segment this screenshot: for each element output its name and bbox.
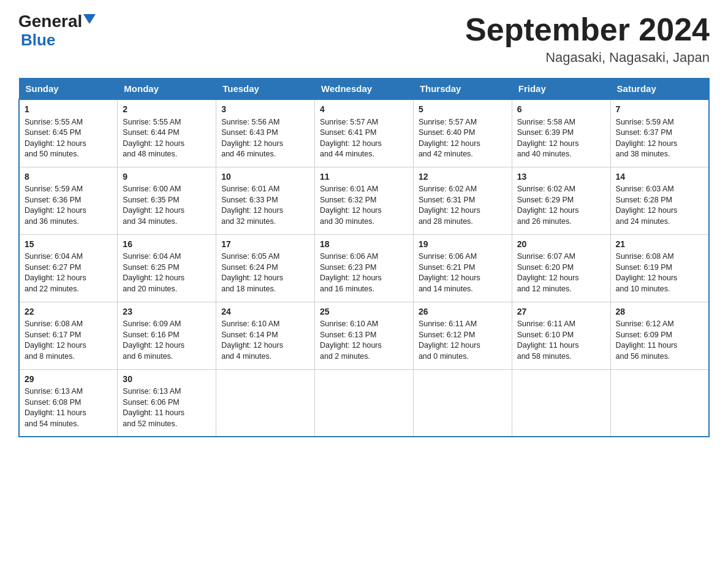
calendar-cell: 19Sunrise: 6:06 AMSunset: 6:21 PMDayligh…	[413, 234, 512, 302]
calendar-cell: 8Sunrise: 5:59 AMSunset: 6:36 PMDaylight…	[19, 167, 118, 234]
calendar-cell: 21Sunrise: 6:08 AMSunset: 6:19 PMDayligh…	[610, 234, 709, 302]
month-title: September 2024	[465, 12, 710, 47]
sunset-text: Sunset: 6:10 PM	[517, 331, 574, 339]
logo-blue: Blue	[21, 31, 55, 49]
calendar-cell: 26Sunrise: 6:11 AMSunset: 6:12 PMDayligh…	[413, 302, 512, 369]
sunset-text: Sunset: 6:44 PM	[123, 128, 179, 137]
sunrise-text: Sunrise: 5:56 AM	[221, 118, 279, 126]
daylight-text: Daylight: 12 hoursand 26 minutes.	[517, 206, 579, 226]
daylight-text: Daylight: 12 hoursand 2 minutes.	[320, 341, 382, 361]
sunset-text: Sunset: 6:29 PM	[517, 196, 574, 204]
sunset-text: Sunset: 6:14 PM	[221, 331, 278, 339]
daylight-text: Daylight: 11 hoursand 52 minutes.	[123, 408, 184, 428]
day-number: 29	[25, 373, 112, 386]
day-number: 9	[123, 171, 211, 183]
calendar-cell: 29Sunrise: 6:13 AMSunset: 6:08 PMDayligh…	[19, 369, 118, 437]
daylight-text: Daylight: 12 hoursand 32 minutes.	[221, 206, 283, 226]
sunset-text: Sunset: 6:08 PM	[25, 398, 81, 407]
calendar-cell: 3Sunrise: 5:56 AMSunset: 6:43 PMDaylight…	[216, 99, 315, 167]
daylight-text: Daylight: 11 hoursand 56 minutes.	[616, 341, 678, 361]
calendar-cell: 15Sunrise: 6:04 AMSunset: 6:27 PMDayligh…	[19, 234, 118, 302]
sunrise-text: Sunrise: 6:03 AM	[616, 185, 674, 193]
daylight-text: Daylight: 12 hoursand 18 minutes.	[221, 274, 283, 293]
sunset-text: Sunset: 6:33 PM	[221, 196, 278, 204]
sunset-text: Sunset: 6:27 PM	[25, 263, 81, 272]
daylight-text: Daylight: 12 hoursand 44 minutes.	[320, 139, 382, 159]
calendar-header: SundayMondayTuesdayWednesdayThursdayFrid…	[19, 79, 709, 100]
day-number: 16	[123, 239, 211, 251]
day-number: 11	[320, 171, 408, 183]
daylight-text: Daylight: 12 hoursand 14 minutes.	[419, 274, 480, 293]
sunrise-text: Sunrise: 6:10 AM	[320, 320, 378, 328]
day-number: 12	[419, 171, 507, 183]
daylight-text: Daylight: 12 hoursand 42 minutes.	[419, 139, 480, 159]
daylight-text: Daylight: 11 hoursand 54 minutes.	[25, 408, 86, 428]
sunrise-text: Sunrise: 6:13 AM	[25, 387, 83, 396]
sunrise-text: Sunrise: 5:57 AM	[419, 118, 477, 126]
logo-general: General	[18, 12, 82, 31]
daylight-text: Daylight: 12 hoursand 20 minutes.	[123, 274, 184, 293]
sunrise-text: Sunrise: 6:08 AM	[616, 252, 674, 261]
sunset-text: Sunset: 6:17 PM	[25, 331, 81, 339]
sunrise-text: Sunrise: 6:11 AM	[517, 320, 575, 328]
sunset-text: Sunset: 6:39 PM	[517, 128, 574, 137]
sunrise-text: Sunrise: 5:59 AM	[25, 185, 83, 193]
calendar-cell: 9Sunrise: 6:00 AMSunset: 6:35 PMDaylight…	[118, 167, 216, 234]
day-number: 3	[221, 104, 309, 116]
daylight-text: Daylight: 12 hoursand 4 minutes.	[221, 341, 283, 361]
header-cell-tuesday: Tuesday	[216, 79, 315, 100]
sunset-text: Sunset: 6:06 PM	[123, 398, 179, 407]
sunset-text: Sunset: 6:32 PM	[320, 196, 376, 204]
sunset-text: Sunset: 6:25 PM	[123, 263, 179, 272]
day-number: 30	[123, 373, 211, 386]
day-number: 21	[616, 239, 703, 251]
day-number: 7	[616, 104, 703, 116]
sunrise-text: Sunrise: 5:58 AM	[517, 118, 575, 126]
daylight-text: Daylight: 12 hoursand 48 minutes.	[123, 139, 184, 159]
day-number: 23	[123, 306, 211, 318]
sunrise-text: Sunrise: 6:04 AM	[25, 252, 83, 261]
calendar-week-2: 8Sunrise: 5:59 AMSunset: 6:36 PMDaylight…	[19, 167, 709, 234]
sunrise-text: Sunrise: 5:57 AM	[320, 118, 378, 126]
sunrise-text: Sunrise: 6:11 AM	[419, 320, 477, 328]
day-number: 2	[123, 104, 211, 116]
daylight-text: Daylight: 12 hoursand 34 minutes.	[123, 206, 184, 226]
title-block: September 2024 Nagasaki, Nagasaki, Japan	[465, 12, 710, 66]
calendar-cell: 12Sunrise: 6:02 AMSunset: 6:31 PMDayligh…	[413, 167, 512, 234]
sunrise-text: Sunrise: 6:07 AM	[517, 252, 575, 261]
calendar-week-5: 29Sunrise: 6:13 AMSunset: 6:08 PMDayligh…	[19, 369, 709, 437]
sunrise-text: Sunrise: 6:10 AM	[221, 320, 279, 328]
calendar-cell: 13Sunrise: 6:02 AMSunset: 6:29 PMDayligh…	[512, 167, 610, 234]
sunrise-text: Sunrise: 5:59 AM	[616, 118, 674, 126]
calendar-cell: 5Sunrise: 5:57 AMSunset: 6:40 PMDaylight…	[413, 99, 512, 167]
day-number: 10	[221, 171, 309, 183]
sunset-text: Sunset: 6:41 PM	[320, 128, 376, 137]
calendar-cell	[315, 369, 414, 437]
day-number: 22	[25, 306, 112, 318]
sunset-text: Sunset: 6:45 PM	[25, 128, 81, 137]
calendar-cell: 14Sunrise: 6:03 AMSunset: 6:28 PMDayligh…	[610, 167, 709, 234]
daylight-text: Daylight: 12 hoursand 28 minutes.	[419, 206, 480, 226]
calendar-cell: 10Sunrise: 6:01 AMSunset: 6:33 PMDayligh…	[216, 167, 315, 234]
day-number: 5	[419, 104, 507, 116]
sunrise-text: Sunrise: 6:06 AM	[419, 252, 477, 261]
sunrise-text: Sunrise: 6:02 AM	[419, 185, 477, 193]
calendar-cell: 27Sunrise: 6:11 AMSunset: 6:10 PMDayligh…	[512, 302, 610, 369]
sunset-text: Sunset: 6:19 PM	[616, 263, 672, 272]
day-number: 17	[221, 239, 309, 251]
sunrise-text: Sunrise: 6:02 AM	[517, 185, 575, 193]
sunrise-text: Sunrise: 6:01 AM	[221, 185, 279, 193]
calendar-cell: 16Sunrise: 6:04 AMSunset: 6:25 PMDayligh…	[118, 234, 216, 302]
logo-triangle-icon	[83, 14, 96, 24]
sunset-text: Sunset: 6:23 PM	[320, 263, 376, 272]
sunset-text: Sunset: 6:21 PM	[419, 263, 475, 272]
day-number: 20	[517, 239, 605, 251]
header-cell-wednesday: Wednesday	[315, 79, 414, 100]
header-row: SundayMondayTuesdayWednesdayThursdayFrid…	[19, 79, 709, 100]
sunset-text: Sunset: 6:09 PM	[616, 331, 672, 339]
calendar-cell: 7Sunrise: 5:59 AMSunset: 6:37 PMDaylight…	[610, 99, 709, 167]
logo: General Blue	[18, 12, 96, 48]
sunset-text: Sunset: 6:20 PM	[517, 263, 574, 272]
day-number: 6	[517, 104, 605, 116]
header-cell-sunday: Sunday	[19, 79, 118, 100]
